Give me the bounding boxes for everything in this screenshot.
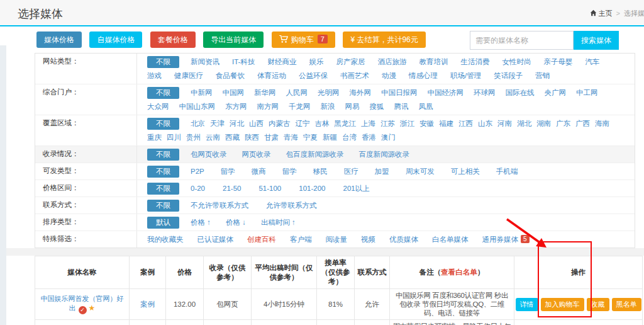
media-search-input[interactable] xyxy=(470,31,574,50)
filter-option[interactable]: P2P xyxy=(191,166,204,178)
filter-option[interactable]: 白名单媒体 xyxy=(432,234,469,246)
filter-option[interactable]: 笑话段子 xyxy=(494,70,523,82)
filter-option[interactable]: 浙江 xyxy=(400,118,414,130)
filter-option[interactable]: 微商 xyxy=(252,166,266,178)
filter-option[interactable]: 留学 xyxy=(282,166,297,178)
filter-option[interactable]: 动漫 xyxy=(382,70,396,82)
filter-option[interactable]: 安徽 xyxy=(419,118,434,130)
filter-option[interactable]: 百度新闻源收录 xyxy=(359,149,410,161)
filter-option[interactable]: 重庆 xyxy=(147,132,162,144)
filter-option[interactable]: IT-科技 xyxy=(232,56,255,68)
filter-option[interactable]: 云南 xyxy=(206,132,220,144)
cart-button[interactable]: 购物车7 xyxy=(272,31,335,48)
selfmedia-price-button[interactable]: 自媒体价格 xyxy=(89,31,142,48)
filter-option-selected[interactable]: 不限 xyxy=(147,87,179,99)
filter-option[interactable]: 贵州 xyxy=(186,132,201,144)
filter-option[interactable]: 广东 xyxy=(556,118,570,130)
whitelist-link[interactable]: 查看白名单 xyxy=(441,268,477,276)
filter-option[interactable]: 国际在线 xyxy=(506,87,535,99)
filter-option[interactable]: 中国山东网 xyxy=(179,101,216,113)
filter-option-selected[interactable]: 不限 xyxy=(147,183,179,195)
filter-option[interactable]: 光明网 xyxy=(318,87,340,99)
filter-option[interactable]: 东方网 xyxy=(225,101,247,113)
filter-option[interactable]: 香港 xyxy=(362,132,376,144)
filter-option[interactable]: 人民网 xyxy=(286,87,308,99)
package-price-button[interactable]: 套餐价格 xyxy=(150,31,196,48)
media-price-button[interactable]: 媒体价格 xyxy=(36,31,82,48)
filter-option[interactable]: 陕西 xyxy=(245,132,259,144)
filter-option[interactable]: 房产家居 xyxy=(336,56,365,68)
filter-option[interactable]: 职场/管理 xyxy=(450,70,481,82)
filter-option[interactable]: 腾讯 xyxy=(394,101,409,113)
filter-option[interactable]: 辽宁 xyxy=(296,118,310,130)
filter-option[interactable]: 网页收录 xyxy=(242,149,271,161)
filter-option[interactable]: 阅读量 xyxy=(326,234,348,246)
filter-option[interactable]: 青海 xyxy=(284,132,298,144)
filter-option[interactable]: 山西 xyxy=(249,118,264,130)
filter-option[interactable]: 黑龙江 xyxy=(335,118,357,130)
filter-option[interactable]: 创建百科 xyxy=(247,234,276,246)
filter-option[interactable]: 允许带联系方式 xyxy=(266,200,317,212)
detail-button[interactable]: 详情 xyxy=(516,298,538,311)
filter-option[interactable]: 0-20 xyxy=(191,183,205,195)
filter-option[interactable]: 情感心理 xyxy=(409,70,438,82)
filter-option[interactable]: 南方网 xyxy=(257,101,279,113)
filter-option[interactable]: 留学 xyxy=(221,166,235,178)
filter-option[interactable]: 51-100 xyxy=(258,183,281,195)
filter-option[interactable]: 中国网 xyxy=(223,87,245,99)
filter-option[interactable]: 汽车 xyxy=(585,56,599,68)
filter-option[interactable]: 通用券媒体5 xyxy=(482,234,530,246)
filter-option[interactable]: 教育培训 xyxy=(419,56,448,68)
filter-option[interactable]: 海南 xyxy=(595,118,609,130)
filter-option[interactable]: 新疆 xyxy=(323,132,337,144)
filter-option[interactable]: 中国经济网 xyxy=(428,87,464,99)
filter-option[interactable]: 河南 xyxy=(497,118,512,130)
filter-option[interactable]: 财经商业 xyxy=(267,56,296,68)
case-link[interactable]: 案例 xyxy=(140,300,155,308)
filter-option[interactable]: 医疗 xyxy=(344,166,358,178)
filter-option[interactable]: 上海 xyxy=(361,118,375,130)
filter-option[interactable]: 体育运动 xyxy=(257,70,286,82)
filter-option[interactable]: 21-50 xyxy=(223,183,241,195)
filter-option[interactable]: 201以上 xyxy=(343,183,369,195)
filter-option[interactable]: 四川 xyxy=(167,132,181,144)
filter-option[interactable]: 新华网 xyxy=(254,87,276,99)
filter-option-selected[interactable]: 不限 xyxy=(147,56,179,68)
filter-option[interactable]: 西藏 xyxy=(225,132,240,144)
filter-option[interactable]: 河北 xyxy=(230,118,244,130)
filter-option[interactable]: 湖北 xyxy=(517,118,531,130)
filter-option[interactable]: 广西 xyxy=(575,118,590,130)
filter-option[interactable]: 价格 ↓ xyxy=(226,217,246,229)
filter-option-selected[interactable]: 默认 xyxy=(147,217,179,229)
search-media-button[interactable]: 搜索媒体 xyxy=(574,31,619,50)
filter-option[interactable]: 亲子母婴 xyxy=(543,56,572,68)
filter-option[interactable]: 山东 xyxy=(478,118,492,130)
filter-option[interactable]: 加盟 xyxy=(375,166,389,178)
filter-option[interactable]: 央广网 xyxy=(545,87,567,99)
filter-option[interactable]: 江西 xyxy=(458,118,473,130)
filter-option[interactable]: 手机端 xyxy=(496,166,518,178)
filter-option[interactable]: 新浪 xyxy=(321,101,335,113)
filter-option[interactable]: 娱乐 xyxy=(309,56,323,68)
filter-option[interactable]: 江苏 xyxy=(380,118,395,130)
filter-option[interactable]: 海外网 xyxy=(350,87,372,99)
filter-option[interactable]: 网易 xyxy=(345,101,360,113)
filter-option[interactable]: 周末可发 xyxy=(406,166,435,178)
filter-option[interactable]: 千龙网 xyxy=(289,101,311,113)
filter-option[interactable]: 天津 xyxy=(210,118,225,130)
filter-option[interactable]: 书画艺术 xyxy=(340,70,369,82)
filter-option[interactable]: 食品餐饮 xyxy=(216,70,245,82)
filter-option[interactable]: 环球网 xyxy=(474,87,496,99)
add-to-cart-button[interactable]: 加入购物车 xyxy=(541,298,584,311)
filter-option-selected[interactable]: 不限 xyxy=(147,200,179,212)
filter-option[interactable]: 视频 xyxy=(361,234,375,246)
filter-option[interactable]: 生活消费 xyxy=(460,56,489,68)
filter-option[interactable]: 福建 xyxy=(439,118,453,130)
filter-option-selected[interactable]: 不限 xyxy=(147,149,179,161)
filter-option[interactable]: 包百度新闻源收录 xyxy=(286,149,344,161)
filter-option[interactable]: 吉林 xyxy=(315,118,330,130)
checkout-button[interactable]: ¥ 去结算，共计96元 xyxy=(343,31,425,48)
filter-option[interactable]: 女性时尚 xyxy=(502,56,531,68)
filter-option[interactable]: 甘肃 xyxy=(264,132,279,144)
export-media-button[interactable]: 导出当前媒体 xyxy=(203,31,264,48)
